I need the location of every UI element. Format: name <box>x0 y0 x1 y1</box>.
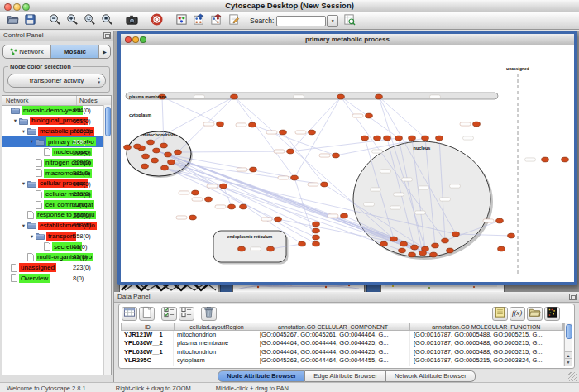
annotation-icon <box>227 13 240 29</box>
network-window-titlebar[interactable]: primary metabolic process <box>121 34 574 45</box>
tab-network[interactable]: Network <box>3 45 51 58</box>
scroll-down-button[interactable]: ▼ <box>565 358 572 366</box>
tree-row[interactable]: ▼primary metabo209(... <box>2 136 104 147</box>
control-panel-tabs: Network Mosaic ▶ <box>2 45 111 59</box>
snapshot-icon <box>126 13 138 29</box>
tab-edge-attribute-browser[interactable]: Edge Attribute Browser <box>305 370 386 382</box>
tree-row[interactable]: multi-organism pro42(0) <box>2 252 104 263</box>
tree-row[interactable]: macromolecule311(0) <box>2 168 104 179</box>
table-column-header[interactable]: annotation.GO MOLECULAR_FUNCTION <box>410 323 563 330</box>
tree-row-nodes-count: 614(0) <box>73 180 103 188</box>
data-panel-toolbar: f(x) <box>122 306 572 321</box>
tree-row[interactable]: ▼transport558(0) <box>2 231 104 241</box>
tree-row[interactable]: Overview8(0) <box>2 273 104 284</box>
tab-node-attribute-browser[interactable]: Node Attribute Browser <box>218 370 305 382</box>
annotation-button[interactable] <box>226 14 242 28</box>
tab-mosaic[interactable]: Mosaic <box>51 45 99 58</box>
table-cell: [GO:0005488, GO:0005215, GO:0003674] <box>410 365 564 366</box>
plasma-membrane-region <box>126 93 498 99</box>
table-scrollbar[interactable]: ▲ ▼ <box>564 323 572 366</box>
open-file-button[interactable] <box>5 14 21 28</box>
status-welcome: Welcome to Cytoscape 2.8.1 <box>7 385 86 392</box>
resize-grip[interactable] <box>568 372 577 381</box>
tree-row[interactable]: nucleobase-209(0) <box>2 147 104 158</box>
tree-row[interactable]: mosaic-demo-yeast874(0) <box>2 105 104 116</box>
tree-row[interactable]: cell communicat22(0) <box>2 199 104 210</box>
table-row[interactable]: YJR121W__1mitochondrion[GO:0045267, GO:0… <box>121 331 564 339</box>
attribute-search-button[interactable] <box>342 14 357 28</box>
table-column-header[interactable]: ID <box>122 323 175 330</box>
disclosure-triangle-icon[interactable]: ▼ <box>28 139 36 144</box>
disclosure-triangle-icon[interactable]: ▼ <box>20 223 27 228</box>
table-column-header[interactable]: _cellularLayoutRegion <box>175 323 257 330</box>
network-tab-icon <box>10 48 17 55</box>
import-attributes-button[interactable] <box>492 307 508 321</box>
table-column-header[interactable]: annotation.GO CELLULAR_COMPONENT <box>256 323 409 330</box>
disclosure-triangle-icon[interactable]: ▼ <box>28 234 36 239</box>
network-canvas[interactable]: plasma membranecytoplasmmitochondrionnuc… <box>121 45 574 282</box>
svg-text:mitochondrion: mitochondrion <box>143 132 175 137</box>
tab-overflow-button[interactable]: ▶ <box>99 45 110 58</box>
zoom-out-button[interactable] <box>47 14 63 28</box>
search-input[interactable] <box>276 16 326 26</box>
tree-row[interactable]: ▼metabolic process280(0) <box>2 126 104 136</box>
tree-row[interactable]: ▼establishment of lo558(0) <box>2 221 104 232</box>
disclosure-triangle-icon[interactable]: ▼ <box>20 181 27 186</box>
svg-text:plasma membrane: plasma membrane <box>129 94 167 99</box>
network-view-window[interactable]: primary metabolic process plasma membran… <box>117 31 577 285</box>
tree-row[interactable]: unassigned223(0) <box>2 262 104 273</box>
delete-attribute-button[interactable] <box>201 307 217 321</box>
table-cell: YPL036W__2 <box>121 339 174 347</box>
open-attribute-file-button[interactable] <box>527 307 543 321</box>
tab-network-attribute-browser[interactable]: Network Attribute Browser <box>386 370 476 382</box>
zoom-in-button[interactable] <box>65 14 80 28</box>
tree-row[interactable]: nitrogen compo209(0) <box>2 157 104 168</box>
new-attribute-button[interactable] <box>139 307 155 321</box>
node-color-dropdown[interactable]: transporter activity ▲▼ <box>7 74 106 88</box>
tree-scrollbar[interactable] <box>103 105 111 375</box>
file-icon <box>36 190 42 198</box>
tree-column-network[interactable]: Network <box>2 96 77 105</box>
table-scrollbar-thumb[interactable] <box>566 324 572 339</box>
snapshot-button[interactable] <box>124 14 140 28</box>
help-button[interactable] <box>149 14 165 28</box>
tree-column-nodes[interactable]: Nodes <box>77 96 111 105</box>
svg-text:endoplasmic reticulum: endoplasmic reticulum <box>227 234 273 239</box>
layout-edges-button[interactable] <box>208 14 224 28</box>
tree-row-nodes-count: 209(0) <box>73 159 103 166</box>
tree-row[interactable]: secretion41(0) <box>2 241 104 252</box>
attribute-columns-button[interactable] <box>122 307 137 321</box>
matrix-button[interactable] <box>544 307 560 321</box>
tree-row[interactable]: ▼biological_process651(0) <box>2 116 104 127</box>
select-attributes-button[interactable] <box>161 307 177 321</box>
tree-row[interactable]: response to stimulu264(0) <box>2 210 104 221</box>
disclosure-triangle-icon[interactable]: ▼ <box>20 129 27 134</box>
tree-row-nodes-count: 223(0) <box>73 264 103 271</box>
tree-row[interactable]: cellular metabo209(0) <box>2 189 104 200</box>
node-color-selection-group: Node color selection transporter activit… <box>3 66 110 93</box>
folder-icon <box>27 222 36 229</box>
table-row[interactable]: YLR295Ccytoplasm[GO:0045263, GO:0044464,… <box>121 356 564 365</box>
search-dropdown-button[interactable]: ▼ <box>327 15 338 27</box>
table-row[interactable]: YPL036W__1mitochondrion[GO:0044464, GO:0… <box>121 348 564 356</box>
tree-row[interactable]: ▼cellular process614(0) <box>2 179 104 189</box>
save-session-button[interactable] <box>22 14 38 28</box>
zoom-fit-button[interactable] <box>99 14 115 28</box>
layout-nodes-icon <box>193 13 205 29</box>
file-icon <box>27 211 34 219</box>
unselect-attributes-button[interactable] <box>179 307 194 321</box>
tree-row-nodes-count: 280(0) <box>73 127 103 135</box>
float-panel-icon[interactable] <box>103 32 111 39</box>
vizmapper-button[interactable] <box>174 14 189 28</box>
zoom-selected-button[interactable] <box>82 14 98 28</box>
float-panel-icon[interactable] <box>569 294 577 300</box>
table-cell: [GO:0016787, GO:0005488, GO:0005215, G..… <box>410 331 564 339</box>
tree-scrollbar-thumb[interactable] <box>105 107 111 136</box>
layout-edges-icon <box>210 13 223 29</box>
formula-builder-button[interactable]: f(x) <box>510 307 525 321</box>
layout-nodes-button[interactable] <box>191 14 207 28</box>
table-row[interactable]: YPL036W__2plasma membrane[GO:0044464, GO… <box>121 339 564 347</box>
table-cell: [GO:0044464, GO:0044444, GO:0044425, G..… <box>256 348 410 356</box>
disclosure-triangle-icon[interactable]: ▼ <box>12 118 19 123</box>
table-row[interactable]: YKR052Ccytoplasm[GO:0044464, GO:0044446,… <box>121 365 564 366</box>
